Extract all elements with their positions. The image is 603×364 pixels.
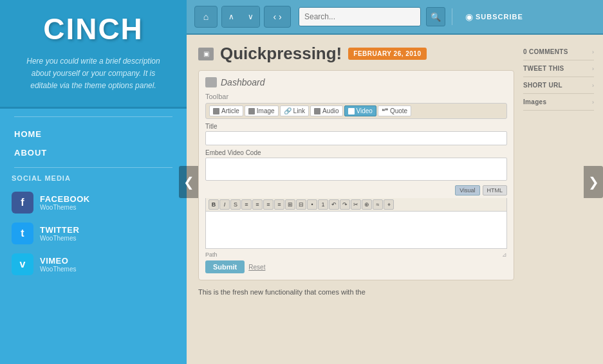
post-title: Quickpressing! xyxy=(220,44,342,64)
date-badge: FEBRUARY 26, 2010 xyxy=(348,48,426,60)
vimeo-name: VIMEO xyxy=(40,256,77,266)
meta-tweet-chevron: › xyxy=(592,66,594,72)
dashboard-label: Dashboard xyxy=(221,77,265,87)
meta-sidebar: 0 COMMENTS › TWEET THIS › SHORT URL › Im… xyxy=(523,44,594,358)
vimeo-text: VIMEO WooThemes xyxy=(40,256,77,273)
article-btn[interactable]: Article xyxy=(209,105,243,116)
meta-comments-label: 0 COMMENTS xyxy=(523,48,568,55)
fmt-btn12[interactable]: ↶ xyxy=(329,199,339,210)
twitter-name: TWITTER xyxy=(40,225,79,235)
content-editor[interactable] xyxy=(205,212,507,249)
sidebar-description: Here you could write a brief description… xyxy=(13,55,174,93)
fmt-btn14[interactable]: ✂ xyxy=(351,199,361,210)
post-header: ▣ Quickpressing! FEBRUARY 26, 2010 xyxy=(198,44,514,64)
main-area: ⌂ ∧ ∨ ‹ › 🔍 ◉ SUBSCRIBE ▣ Quickpressing!… xyxy=(187,0,603,364)
dashboard-title-row: Dashboard xyxy=(205,77,507,87)
topbar: ⌂ ∧ ∨ ‹ › 🔍 ◉ SUBSCRIBE xyxy=(187,0,603,35)
facebook-icon: f xyxy=(12,192,33,214)
submit-button[interactable]: Submit xyxy=(205,260,245,273)
fmt-btn13[interactable]: ↷ xyxy=(340,199,350,210)
link-btn[interactable]: 🔗 Link xyxy=(280,105,309,116)
meta-shorturl[interactable]: SHORT URL › xyxy=(523,77,594,94)
rss-subscribe[interactable]: ◉ SUBSCRIBE xyxy=(465,12,523,22)
search-button[interactable]: 🔍 xyxy=(426,7,445,26)
link-icon: 🔗 xyxy=(284,107,292,114)
fmt-bold[interactable]: B xyxy=(209,199,219,210)
fmt-btn5[interactable]: ≡ xyxy=(252,199,263,210)
path-label: Path xyxy=(205,251,218,258)
sidebar-header: CINCH Here you could write a brief descr… xyxy=(0,0,187,109)
down-button[interactable]: ∨ xyxy=(241,6,259,27)
article-icon xyxy=(213,108,219,114)
social-item-facebook[interactable]: f FACEBOOK WooThemes xyxy=(0,187,187,218)
fmt-btn16[interactable]: ≈ xyxy=(373,199,383,210)
facebook-text: FACEBOOK WooThemes xyxy=(40,194,90,211)
search-icon: 🔍 xyxy=(431,12,441,22)
audio-btn[interactable]: Audio xyxy=(310,105,343,116)
social-item-vimeo[interactable]: v VIMEO WooThemes xyxy=(0,249,187,280)
fmt-btn7[interactable]: ≡ xyxy=(274,199,284,210)
fmt-btn10[interactable]: • xyxy=(307,199,317,210)
fmt-btn11[interactable]: 1 xyxy=(318,199,328,210)
fmt-italic[interactable]: I xyxy=(219,199,230,210)
path-row: Path ⊿ xyxy=(205,251,507,258)
path-resize: ⊿ xyxy=(502,251,507,258)
main-column: ▣ Quickpressing! FEBRUARY 26, 2010 Dashb… xyxy=(198,44,514,358)
forward-icon: ‹ › xyxy=(273,12,281,22)
social-media-heading: SOCIAL MEDIA xyxy=(0,174,187,187)
fmt-btn8[interactable]: ⊞ xyxy=(285,199,295,210)
meta-comments-chevron: › xyxy=(592,49,594,55)
sidebar-divider-1 xyxy=(14,116,173,117)
fmt-strike[interactable]: S xyxy=(230,199,241,210)
fmt-btn6[interactable]: ≡ xyxy=(263,199,274,210)
meta-images[interactable]: Images › xyxy=(523,94,594,111)
home-button[interactable]: ⌂ xyxy=(194,6,218,28)
fmt-btn9[interactable]: ⊟ xyxy=(296,199,306,210)
html-btn[interactable]: HTML xyxy=(483,185,508,196)
visual-btn[interactable]: Visual xyxy=(455,185,479,196)
twitter-text: TWITTER WooThemes xyxy=(40,225,79,242)
image-btn[interactable]: Image xyxy=(245,105,279,116)
meta-tweet-label: TWEET THIS xyxy=(523,65,564,72)
rss-icon: ◉ xyxy=(465,12,473,22)
meta-tweet[interactable]: TWEET THIS › xyxy=(523,60,594,77)
prev-arrow[interactable]: ❮ xyxy=(179,166,198,198)
twitter-sub: WooThemes xyxy=(40,235,79,242)
video-icon xyxy=(348,108,355,114)
social-item-twitter[interactable]: t TWITTER WooThemes xyxy=(0,218,187,249)
sidebar: CINCH Here you could write a brief descr… xyxy=(0,0,187,364)
fmt-btn4[interactable]: ≡ xyxy=(241,199,252,210)
embed-textarea[interactable] xyxy=(205,158,507,181)
dashboard-icon xyxy=(205,77,217,87)
visual-html-row: Visual HTML xyxy=(205,185,507,196)
content-area: ▣ Quickpressing! FEBRUARY 26, 2010 Dashb… xyxy=(187,35,603,364)
fmt-btn17[interactable]: ⌖ xyxy=(384,199,394,210)
quote-btn[interactable]: ❝❞ Quote xyxy=(378,105,411,116)
fmt-btn15[interactable]: ⊕ xyxy=(362,199,372,210)
formatting-toolbar: B I S ≡ ≡ ≡ ≡ ⊞ ⊟ • 1 ↶ ↷ ✂ ⊕ ≈ ⌖ xyxy=(205,198,507,212)
next-arrow[interactable]: ❯ xyxy=(584,166,603,198)
post-body-text: This is the fresh new functionality that… xyxy=(198,287,514,298)
image-icon xyxy=(248,108,255,114)
sidebar-item-about[interactable]: ABOUT xyxy=(12,143,175,162)
quote-icon: ❝❞ xyxy=(382,107,388,114)
meta-shorturl-label: SHORT URL xyxy=(523,82,562,89)
sidebar-divider-2 xyxy=(14,167,173,168)
search-input[interactable] xyxy=(299,7,421,26)
sidebar-item-home[interactable]: HOME xyxy=(12,125,175,143)
facebook-sub: WooThemes xyxy=(40,204,90,211)
reset-link[interactable]: Reset xyxy=(248,264,265,271)
facebook-name: FACEBOOK xyxy=(40,194,90,204)
meta-shorturl-chevron: › xyxy=(592,82,594,89)
topbar-divider xyxy=(452,8,452,25)
vimeo-icon: v xyxy=(12,253,33,275)
vimeo-sub: WooThemes xyxy=(40,266,77,273)
forward-button[interactable]: ‹ › xyxy=(264,6,291,28)
up-button[interactable]: ∧ xyxy=(222,6,240,27)
home-icon: ⌂ xyxy=(203,12,209,22)
dashboard-box: Dashboard Toolbar Article Image 🔗 xyxy=(198,70,514,280)
video-btn[interactable]: Video xyxy=(344,105,376,116)
subscribe-label: SUBSCRIBE xyxy=(476,13,523,21)
title-input[interactable] xyxy=(205,131,507,145)
site-logo: CINCH xyxy=(13,12,174,46)
